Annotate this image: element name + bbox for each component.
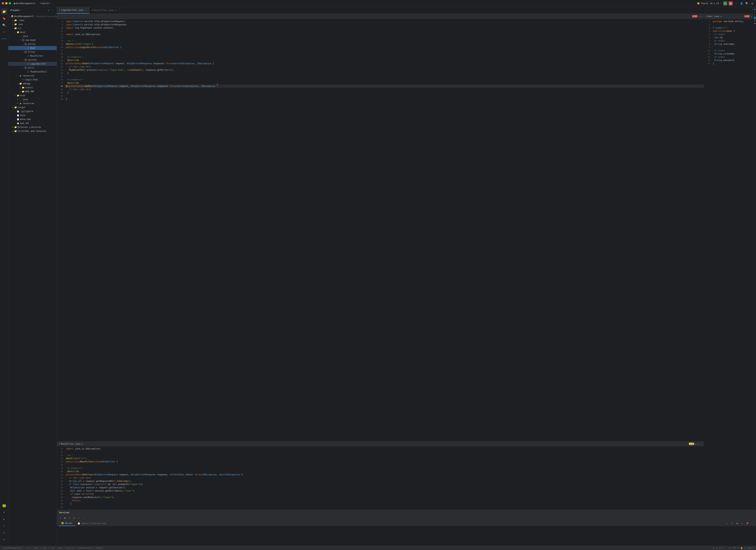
tree-item-pomxml[interactable]: 📋 pom.xml (8, 121, 57, 125)
tree-item-entity[interactable]: ▾ ⬛ entity (8, 42, 57, 46)
tree-item-mainfilter[interactable]: J MainFilter (8, 54, 57, 58)
more-btn-bottom[interactable]: ⋮ (750, 521, 754, 525)
uj-line-1: package com.book.entity; (711, 20, 756, 23)
tab-mainfilter[interactable]: J MainFilter.java ✕ (90, 7, 120, 14)
loginservlet-editor[interactable]: 8910111213 1415161718 1920212223 2425262… (57, 19, 704, 441)
maximize-button[interactable] (9, 2, 11, 4)
project-view-icon[interactable]: 📁 (1, 8, 7, 15)
tab-loginservlet[interactable]: J LoginServlet.java ✕ (57, 7, 90, 14)
mainfilter-pane-header: J MainFilter.java ✕ ⚠ 2 ∧ ∨ ⋮ (57, 441, 704, 446)
tree-item-testjava[interactable]: ▶ ☕ java (8, 98, 57, 102)
tab-catalina-log[interactable]: 📋 Tomcat Catalina Log (75, 521, 108, 526)
restart-btn[interactable]: ↺ (725, 521, 729, 525)
status-inspect-icon[interactable]: ⚠ (716, 547, 717, 549)
pin-btn[interactable]: 📌 (745, 521, 749, 525)
restart-server-button[interactable]: ↺ (58, 516, 62, 520)
structure-icon[interactable]: ⌨ (1, 29, 7, 35)
mainfilter-code[interactable]: import java.io.IOException; new * @WebFi… (64, 446, 704, 510)
tree-item-utils[interactable]: ▾ ⬛ utils (8, 66, 57, 70)
mainfilter-tab-close[interactable]: ✕ (115, 9, 117, 12)
stop-btn-bottom[interactable]: ■ (735, 521, 739, 525)
loginservlet-code[interactable]: import jakarta.servlet.http.HttpServletR… (64, 19, 704, 441)
uj-line-10: no usages (711, 49, 756, 52)
tree-item-thymeleafutil[interactable]: J ThymeleafUtil (8, 70, 57, 74)
tree-item-mvnwcmd[interactable]: 📄 mvnw.cmd (8, 117, 57, 121)
tab-server[interactable]: 🐱 Server (59, 521, 75, 526)
status-project[interactable]: ⎇ BookManagement2 (2, 547, 23, 549)
extlibs-icon: 📁 (14, 126, 17, 129)
profile-button[interactable]: 👤 (739, 1, 743, 5)
tree-item-servlet[interactable]: ▾ ⬛ servlet (8, 58, 57, 62)
status-line-ending[interactable]: LF (728, 547, 731, 549)
project-title[interactable]: ■ BookManagement2 › ⌥ master ▾ (14, 2, 51, 5)
tree-item-webapp[interactable]: ▾ 📁 webapp (8, 82, 57, 86)
status-indent[interactable]: 4 spaces (745, 547, 754, 549)
close-button[interactable] (2, 2, 4, 4)
tree-item-main[interactable]: ▾ 📁 main (8, 30, 57, 34)
find-icon[interactable]: 🔍 (1, 22, 7, 28)
status-encoding[interactable]: UTF-8 (733, 547, 739, 549)
bottom-content[interactable] (57, 526, 756, 546)
tree-item-resources[interactable]: ▾ ▣ resources (8, 74, 57, 78)
status-settings-icon[interactable]: ⚙ (713, 547, 714, 549)
clear-btn[interactable]: ⊗ (740, 521, 744, 525)
bookmarks-icon[interactable]: 🔖 (1, 15, 7, 22)
breakpoint-28[interactable] (66, 85, 68, 87)
tree-item-idea[interactable]: ▶ 📁 .idea (8, 18, 57, 22)
tree-item-filter[interactable]: ▾ ⬛ filter (8, 50, 57, 54)
right-sidebar-layers[interactable]: ≡ (754, 14, 755, 16)
resume-button[interactable]: ▶ (72, 516, 76, 520)
sidebar-title-arrow[interactable]: ▾ (21, 9, 22, 11)
minimize-button[interactable] (5, 2, 8, 4)
code-line-31 (64, 94, 704, 98)
right-sidebar-m[interactable]: m (754, 20, 755, 22)
tree-item-user[interactable]: J User (8, 46, 57, 50)
tree-item-scratches[interactable]: ▶ 📁 Scratches and Consoles (8, 129, 57, 133)
sidebar-collapse-icon[interactable]: ⋮ (51, 8, 55, 12)
tree-item-extlibs[interactable]: ▶ 📁 External Libraries (8, 125, 57, 129)
sidebar-tree[interactable]: ▾ 📦 BookManagement2 ~/Desktop/Projects/B… (8, 14, 57, 546)
tree-item-mvnw[interactable]: 📄 mvnw (8, 113, 57, 117)
more-icon[interactable]: ••• (1, 36, 7, 42)
add-server-button[interactable]: + (77, 516, 81, 520)
tree-item-loginhtml[interactable]: </> login.html (8, 78, 57, 82)
tree-item-test[interactable]: ▾ 📁 test (8, 94, 57, 98)
tree-item-bm2[interactable]: ▾ 📦 BookManagement2 ~/Desktop/Projects/B… (8, 14, 57, 18)
more-server-button[interactable]: ⋮ (82, 516, 86, 520)
notifications-icon[interactable]: 🐸 (1, 502, 7, 509)
tree-item-target[interactable]: ▶ 📁 target (8, 105, 57, 109)
debug-button[interactable]: ⊘ (68, 516, 72, 520)
refresh-btn[interactable]: ⟳ (730, 521, 734, 525)
right-sidebar-person[interactable]: 👤 (753, 16, 756, 19)
stop-server-button[interactable]: ■ (63, 516, 67, 520)
tree-item-src[interactable]: ▾ 📁 src (8, 26, 57, 30)
mainfilter-pane-close[interactable]: ✕ (82, 443, 83, 445)
stop-button[interactable]: ■ (729, 1, 733, 5)
terminal-icon[interactable]: T (1, 523, 7, 529)
tree-item-mvn[interactable]: ▶ 📁 .mvn (8, 22, 57, 26)
services-icon[interactable]: ℹ (1, 529, 7, 536)
tree-item-static[interactable]: ▶ 📁 static (8, 86, 57, 90)
tree-item-gitignore[interactable]: 📄 .gitignore (8, 109, 57, 113)
code-line-25 (64, 75, 704, 78)
status-breadcrumb[interactable]: src > main > java > com > book > servlet… (27, 547, 103, 549)
sidebar-settings-icon[interactable]: ⚙ (47, 8, 50, 12)
userjava-pane-close[interactable]: ✕ (720, 15, 722, 18)
userjava-code[interactable]: package com.book.entity; 3 usages new * … (711, 19, 756, 510)
database-icon[interactable]: ⊞ (1, 509, 7, 515)
tree-item-testresources[interactable]: ▶ ▣ resources (8, 102, 57, 105)
tree-item-webinf[interactable]: ▶ 📁 WEB-INF (8, 90, 57, 94)
run-configs-icon[interactable]: ▶ (1, 516, 7, 522)
tree-item-loginservlet[interactable]: J LoginServlet (8, 62, 57, 66)
more-actions-button[interactable]: ⋮ (734, 1, 738, 5)
search-button[interactable]: 🔍 (745, 1, 749, 5)
loginservlet-tab-close[interactable]: ✕ (84, 9, 87, 12)
tree-item-combook[interactable]: ▾ ⬛ com.book (8, 38, 57, 42)
git-icon[interactable]: ⚙ (1, 536, 7, 543)
run-button[interactable]: ▶ (723, 1, 727, 5)
settings-button[interactable]: ⚙ (750, 1, 754, 5)
userjava-editor[interactable]: 12345 678910 11121314 package com.book.e… (704, 19, 756, 510)
tomcat-config[interactable]: 🐱 Tomcat 10.1.23 ▾ (697, 2, 721, 5)
mainfilter-editor[interactable]: 131415161718 1920212223 2425262728 29303… (57, 446, 704, 510)
tree-item-java[interactable]: ▾ ☕ java (8, 34, 57, 38)
